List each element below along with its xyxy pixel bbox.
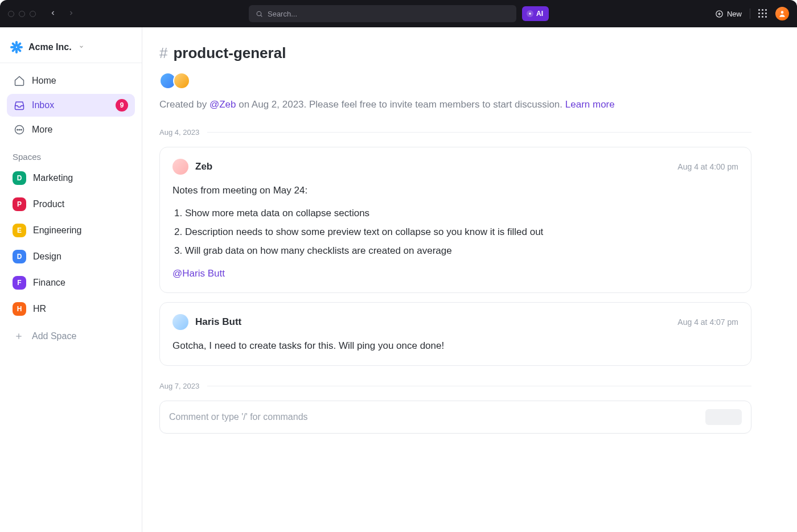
space-label: Engineering <box>33 225 81 236</box>
new-label: New <box>727 10 742 18</box>
message-card[interactable]: Haris Butt Aug 4 at 4:07 pm Gotcha, I ne… <box>159 302 751 365</box>
more-icon <box>14 124 25 135</box>
divider <box>750 9 750 19</box>
user-avatar[interactable] <box>775 7 789 20</box>
svg-point-0 <box>257 11 261 16</box>
desc-text: Created by <box>159 99 209 110</box>
space-label: Design <box>33 251 61 262</box>
space-label: Finance <box>33 278 65 288</box>
space-badge: H <box>13 302 26 316</box>
space-badge: E <box>13 224 26 237</box>
channel-members[interactable] <box>159 72 751 89</box>
add-space-label: Add Space <box>32 331 76 341</box>
forward-button[interactable] <box>64 7 78 20</box>
search-placeholder: Search... <box>268 10 297 18</box>
space-item[interactable]: EEngineering <box>7 218 135 242</box>
hash-icon: # <box>159 44 167 62</box>
sidebar-item-more[interactable]: More <box>7 119 135 141</box>
window-maximize-icon[interactable] <box>30 11 36 17</box>
message-timestamp: Aug 4 at 4:00 pm <box>677 162 738 171</box>
chevron-down-icon <box>79 44 84 51</box>
space-badge: D <box>13 171 26 185</box>
plus-icon <box>13 330 25 343</box>
space-item[interactable]: DMarketing <box>7 166 135 190</box>
space-label: Marketing <box>33 173 73 183</box>
list-item: Show more meta data on collapse sections <box>185 204 738 222</box>
sidebar: Acme Inc. Home Inbox 9 More <box>0 27 142 532</box>
message-card[interactable]: Zeb Aug 4 at 4:00 pm Notes from meeting … <box>159 147 751 294</box>
back-button[interactable] <box>46 7 60 20</box>
ai-label: AI <box>536 10 543 18</box>
date-label: Aug 7, 2023 <box>159 382 199 390</box>
member-avatar <box>173 72 190 89</box>
message-author: Zeb <box>195 161 212 172</box>
workspace-switcher[interactable]: Acme Inc. <box>0 35 142 63</box>
channel-description: Created by @Zeb on Aug 2, 2023. Please f… <box>159 97 751 112</box>
space-item[interactable]: DDesign <box>7 245 135 269</box>
space-badge: D <box>13 250 26 263</box>
svg-point-8 <box>17 129 18 130</box>
space-label: HR <box>33 304 46 314</box>
window-minimize-icon[interactable] <box>19 11 25 17</box>
new-button[interactable]: New <box>715 10 742 18</box>
main-content: # product-general Created by @Zeb on Aug… <box>142 27 797 532</box>
sidebar-item-inbox[interactable]: Inbox 9 <box>7 94 135 117</box>
learn-more-link[interactable]: Learn more <box>565 99 615 110</box>
message-mention[interactable]: @Haris Butt <box>172 266 738 281</box>
ai-button[interactable]: AI <box>522 6 549 21</box>
comment-composer[interactable]: Comment or type '/' for commands <box>159 401 751 434</box>
message-author: Haris Butt <box>195 316 241 328</box>
spaces-heading: Spaces <box>0 143 142 166</box>
window-close-icon[interactable] <box>8 11 14 17</box>
space-item[interactable]: FFinance <box>7 271 135 295</box>
message-avatar <box>172 314 188 330</box>
workspace-name: Acme Inc. <box>28 42 72 52</box>
sidebar-item-label: More <box>32 125 52 135</box>
date-separator: Aug 7, 2023 <box>159 382 751 390</box>
plus-circle-icon <box>715 10 724 18</box>
inbox-icon <box>14 100 25 111</box>
message-timestamp: Aug 4 at 4:07 pm <box>677 317 738 327</box>
message-text: Notes from meeting on May 24: <box>172 183 738 198</box>
sidebar-item-home[interactable]: Home <box>7 70 135 92</box>
apps-menu-button[interactable] <box>758 9 767 18</box>
message-list: Show more meta data on collapse sections… <box>185 204 738 261</box>
home-icon <box>14 75 25 86</box>
date-label: Aug 4, 2023 <box>159 128 199 137</box>
svg-point-2 <box>529 13 531 14</box>
window-controls <box>8 11 36 17</box>
space-item[interactable]: PProduct <box>7 192 135 216</box>
space-item[interactable]: HHR <box>7 297 135 321</box>
send-button[interactable] <box>705 409 742 425</box>
message-text: Gotcha, I need to create tasks for this.… <box>172 338 738 353</box>
creator-mention[interactable]: @Zeb <box>209 99 236 110</box>
workspace-logo-icon <box>10 41 23 53</box>
svg-point-9 <box>19 129 20 130</box>
sidebar-item-label: Inbox <box>32 100 54 110</box>
search-input[interactable]: Search... <box>249 5 516 22</box>
ai-icon <box>527 10 533 17</box>
svg-line-1 <box>261 15 262 16</box>
spaces-list: DMarketing PProduct EEngineering DDesign… <box>0 166 142 349</box>
list-item: Will grab data on how many checklists ar… <box>185 241 738 260</box>
svg-point-6 <box>781 11 784 14</box>
sidebar-item-label: Home <box>32 76 56 86</box>
list-item: Description needs to show some preview t… <box>185 222 738 241</box>
desc-text: on Aug 2, 2023. Please feel free to invi… <box>236 99 565 110</box>
inbox-badge: 9 <box>116 99 128 112</box>
space-badge: F <box>13 276 26 290</box>
add-space-button[interactable]: Add Space <box>7 323 135 349</box>
channel-name: product-general <box>173 44 286 62</box>
date-separator: Aug 4, 2023 <box>159 128 751 137</box>
svg-point-10 <box>21 129 22 130</box>
composer-placeholder: Comment or type '/' for commands <box>169 412 705 422</box>
space-label: Product <box>33 199 64 209</box>
space-badge: P <box>13 197 26 211</box>
search-icon <box>256 10 263 18</box>
message-avatar <box>172 159 188 175</box>
channel-title: # product-general <box>159 44 751 62</box>
topbar: Search... AI New <box>0 0 797 27</box>
